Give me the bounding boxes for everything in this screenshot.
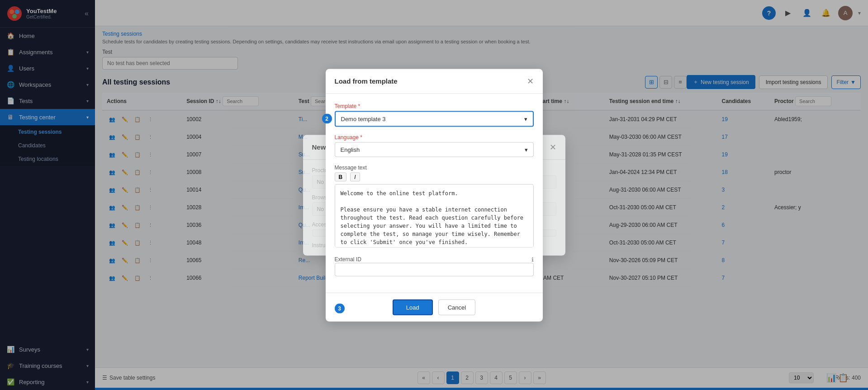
load-button[interactable]: Load (393, 299, 433, 315)
load-from-template-modal: Load from template ✕ Template * 2 Demo t… (326, 69, 543, 321)
external-id-info-icon[interactable]: ℹ (531, 256, 534, 263)
template-selected-value: Demo template 3 (341, 115, 386, 122)
inner-modal-title: Load from template (335, 77, 398, 85)
language-chevron-icon: ▾ (525, 146, 528, 153)
inner-modal-body: Template * 2 Demo template 3 ▾ Language … (326, 94, 543, 292)
italic-button[interactable]: I (350, 172, 360, 181)
outer-modal-close-button[interactable]: ✕ (550, 142, 556, 152)
template-dropdown-wrapper: 2 Demo template 3 ▾ (335, 111, 534, 127)
external-id-row: External ID ℹ (335, 256, 534, 263)
message-text-label: Message text (335, 164, 534, 170)
editor-toolbar: B I (335, 172, 534, 181)
inner-modal-close-button[interactable]: ✕ (527, 76, 534, 86)
bold-button[interactable]: B (335, 172, 347, 181)
language-selected-value: English (341, 146, 360, 153)
external-id-label: External ID (335, 256, 529, 263)
message-text-group: Message text B I Welcome to the online t… (335, 164, 534, 249)
template-required: * (358, 103, 360, 109)
language-label: Language * (335, 134, 534, 140)
dropdown-chevron-icon: ▾ (524, 115, 527, 122)
message-text-area[interactable]: Welcome to the online test platform. Ple… (335, 184, 534, 247)
language-dropdown[interactable]: English ▾ (335, 142, 534, 157)
external-id-input[interactable] (335, 263, 534, 276)
external-id-group: External ID ℹ (335, 256, 534, 276)
step2-badge: 2 (322, 114, 335, 124)
template-dropdown[interactable]: Demo template 3 ▾ (335, 111, 534, 127)
template-label: Template * (335, 103, 534, 109)
template-group: Template * 2 Demo template 3 ▾ (335, 103, 534, 127)
language-required: * (360, 134, 362, 140)
inner-modal-footer: 3 Load Cancel (326, 292, 543, 321)
cancel-button[interactable]: Cancel (438, 299, 475, 315)
step3-badge: 3 (335, 303, 347, 313)
inner-modal-header: Load from template ✕ (326, 69, 543, 94)
language-group: Language * English ▾ (335, 134, 534, 157)
